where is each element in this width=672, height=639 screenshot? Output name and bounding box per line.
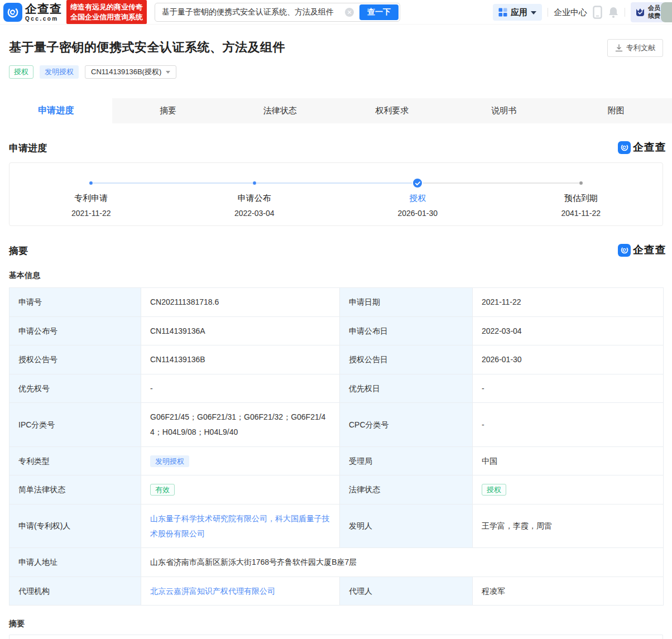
clear-search-icon[interactable]: ✕ xyxy=(345,8,354,17)
table-row: 申请(专利权)人 山东量子科学技术研究院有限公司，科大国盾量子技术股份有限公司 … xyxy=(9,504,664,547)
qcc-logo[interactable]: 企查查 Qcc.com xyxy=(3,3,62,22)
enterprise-center-link[interactable]: 企业中心 xyxy=(554,7,587,18)
field-label: 申请号 xyxy=(9,288,141,317)
slogan-line-1: 缔造有远见的商业传奇 xyxy=(70,2,143,12)
table-row: 申请人地址 山东省济南市高新区新泺大街1768号齐鲁软件园大厦B座7层 xyxy=(9,548,664,577)
slogan-line-2: 全国企业信用查询系统 xyxy=(70,12,143,22)
field-value: 程凌军 xyxy=(473,576,664,606)
field-label: 优先权号 xyxy=(9,374,141,403)
qcc-logo-icon xyxy=(3,3,22,22)
timeline-dot-icon xyxy=(89,181,93,185)
table-row: 专利类型 发明授权 受理局 中国 xyxy=(9,446,664,475)
member-renew-button[interactable]: 会员 续费 xyxy=(631,2,664,22)
search-button[interactable]: 查一下 xyxy=(359,4,399,20)
timeline-dot-icon xyxy=(252,181,257,185)
field-value: 有效 xyxy=(141,475,340,505)
qcc-watermark-text: 企查查 xyxy=(633,243,666,257)
progress-section-header: 申请进度 企查查 xyxy=(9,140,663,156)
tab-legal-status[interactable]: 法律状态 xyxy=(224,98,336,123)
field-value: - xyxy=(141,374,340,403)
applicant-link-1[interactable]: 山东量子科学技术研究院有限公司 xyxy=(150,514,267,523)
field-label: 发明人 xyxy=(340,504,473,547)
field-value: 2022-03-04 xyxy=(473,316,664,345)
field-value: CN114139136B xyxy=(141,345,340,374)
brand-domain: Qcc.com xyxy=(25,16,62,22)
patent-document-button[interactable]: 专利文献 xyxy=(607,39,663,57)
summary-section-header: 摘要 企查查 xyxy=(9,243,663,258)
field-value: - xyxy=(473,403,664,446)
table-row: 代理机构 北京云嘉湃富知识产权代理有限公司 代理人 程凌军 xyxy=(9,576,664,606)
field-label: 代理人 xyxy=(340,576,473,606)
abstract-text: 本发明提出了一种基于量子密钥的便携式安全认证系统和方法，以及用于该安全认证系统的… xyxy=(9,635,663,639)
tab-abstract[interactable]: 摘要 xyxy=(112,98,224,123)
patent-document-label: 专利文献 xyxy=(626,43,655,53)
applicant-separator: ， xyxy=(267,514,275,523)
mobile-phone-icon[interactable] xyxy=(593,6,602,19)
member-crown-icon xyxy=(635,7,646,18)
timeline-step-publication: 申请公布 2022-03-04 xyxy=(199,163,310,218)
qcc-watermark-logo: 企查查 xyxy=(618,243,666,257)
field-label: 申请公布日 xyxy=(340,316,473,345)
tab-application-progress[interactable]: 申请进度 xyxy=(0,98,112,123)
field-label: 法律状态 xyxy=(340,475,473,505)
field-label: 申请(专利权)人 xyxy=(9,504,141,547)
notification-bell-icon[interactable] xyxy=(608,6,619,18)
timeline-step-filing: 专利申请 2021-11-22 xyxy=(35,163,147,218)
legal-status-tag: 授权 xyxy=(482,484,506,496)
apps-menu-label: 应用 xyxy=(511,7,527,18)
field-value: 王学富，李霞，周雷 xyxy=(473,504,664,547)
tab-claims[interactable]: 权利要求 xyxy=(336,98,448,123)
member-label-line2: 续费 xyxy=(648,12,660,20)
timeline-step-expiry: 预估到期 2041-11-22 xyxy=(525,163,637,218)
patent-type-tag: 发明授权 xyxy=(150,455,189,467)
slogan-banner: 缔造有远见的商业传奇 全国企业信用查询系统 xyxy=(66,0,147,24)
timeline-step-label: 申请公布 xyxy=(199,193,310,204)
timeline-step-label: 预估到期 xyxy=(525,193,637,204)
chevron-down-icon xyxy=(166,71,170,74)
basic-info-title: 基本信息 xyxy=(9,271,663,281)
timeline-step-date: 2041-11-22 xyxy=(525,209,637,218)
chevron-down-icon xyxy=(531,11,536,15)
table-row: 申请号 CN202111381718.6 申请日期 2021-11-22 xyxy=(9,288,664,317)
apps-menu-button[interactable]: 应用 xyxy=(493,4,542,21)
agency-link[interactable]: 北京云嘉湃富知识产权代理有限公司 xyxy=(150,587,275,595)
patent-type-tag: 发明授权 xyxy=(40,65,79,79)
download-icon xyxy=(615,44,623,52)
divider xyxy=(548,8,548,17)
field-value: 中国 xyxy=(473,446,664,475)
check-circle-icon xyxy=(412,177,423,189)
field-value: 2026-01-30 xyxy=(473,345,664,374)
tab-drawings[interactable]: 附图 xyxy=(560,98,672,123)
brand-name: 企查查 xyxy=(25,3,62,15)
field-label: 代理机构 xyxy=(9,576,141,606)
abstract-title: 摘要 xyxy=(9,619,663,629)
qcc-watermark-logo: 企查查 xyxy=(618,140,666,155)
timeline-step-date: 2022-03-04 xyxy=(199,209,310,218)
tab-description[interactable]: 说明书 xyxy=(448,98,560,123)
summary-section-title: 摘要 xyxy=(9,244,28,257)
divider xyxy=(625,8,625,17)
timeline-step-grant: 授权 2026-01-30 xyxy=(362,163,473,218)
qcc-watermark-text: 企查查 xyxy=(633,140,666,155)
field-value: 发明授权 xyxy=(141,446,340,475)
page-title: 基于量子密钥的便携式安全认证系统、方法及组件 xyxy=(9,39,285,56)
table-row: 授权公告号 CN114139136B 授权公告日 2026-01-30 xyxy=(9,345,664,374)
progress-timeline: 专利申请 2021-11-22 申请公布 2022-03-04 授权 2026-… xyxy=(9,162,663,226)
timeline-step-label: 专利申请 xyxy=(35,193,147,204)
side-float-widget[interactable] xyxy=(661,2,672,22)
field-value: - xyxy=(473,374,664,403)
timeline-step-date: 2021-11-22 xyxy=(35,209,147,218)
search-bar: ✕ 查一下 xyxy=(155,3,400,22)
field-label: 受理局 xyxy=(340,446,473,475)
search-input[interactable] xyxy=(155,3,345,21)
patent-number-select[interactable]: CN114139136B(授权) xyxy=(85,65,176,79)
field-label: 专利类型 xyxy=(9,446,141,475)
timeline-dot-icon xyxy=(579,181,583,185)
field-value: CN114139136A xyxy=(141,316,340,345)
field-label: 授权公告号 xyxy=(9,345,141,374)
qcc-watermark-icon xyxy=(618,141,631,154)
field-value: 山东省济南市高新区新泺大街1768号齐鲁软件园大厦B座7层 xyxy=(141,548,664,577)
grant-status-tag: 授权 xyxy=(9,65,33,79)
timeline-step-label: 授权 xyxy=(362,193,473,204)
field-value: CN202111381718.6 xyxy=(141,288,340,317)
